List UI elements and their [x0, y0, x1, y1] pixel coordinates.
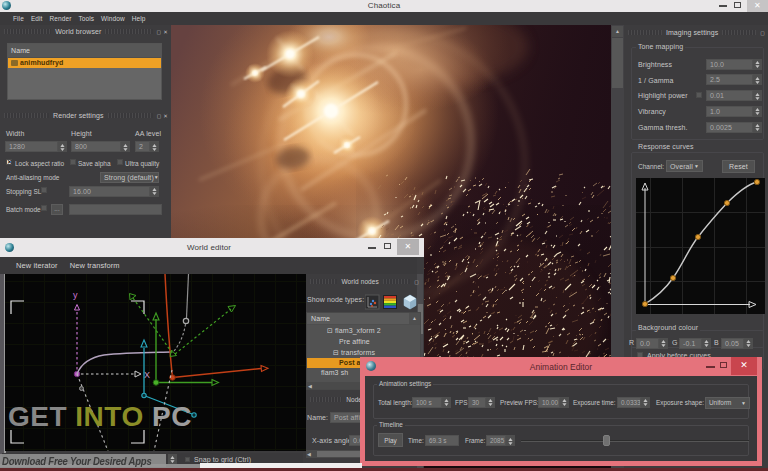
- svg-text:GET INTO PC: GET INTO PC: [8, 401, 192, 432]
- svg-text:X: X: [144, 370, 150, 380]
- svg-text:y: y: [73, 290, 78, 300]
